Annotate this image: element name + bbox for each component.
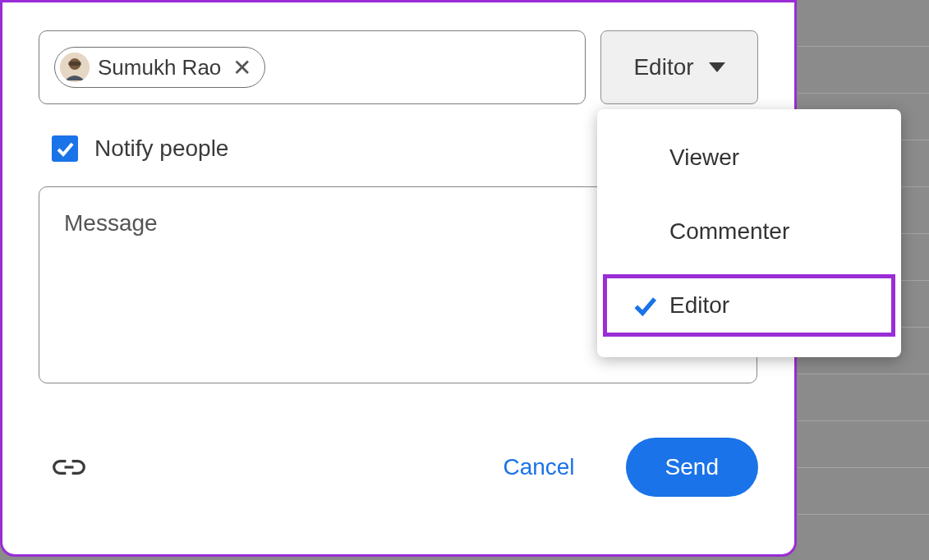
people-input[interactable]: Sumukh Rao ✕ — [39, 30, 586, 104]
role-option-editor[interactable]: Editor — [597, 269, 901, 342]
role-select-button[interactable]: Editor — [600, 30, 758, 104]
role-dropdown: Viewer Commenter Editor — [597, 109, 901, 357]
remove-person-icon[interactable]: ✕ — [229, 54, 255, 81]
role-option-commenter[interactable]: Commenter — [597, 195, 901, 269]
check-icon — [620, 292, 669, 319]
cancel-button[interactable]: Cancel — [481, 443, 596, 492]
caret-down-icon — [709, 62, 725, 72]
role-option-label: Viewer — [669, 145, 739, 171]
send-button[interactable]: Send — [626, 438, 758, 497]
role-option-label: Commenter — [669, 218, 789, 245]
notify-checkbox[interactable] — [52, 135, 78, 162]
role-option-label: Editor — [669, 292, 729, 319]
avatar — [60, 53, 90, 82]
role-select-label: Editor — [633, 54, 693, 80]
person-chip: Sumukh Rao ✕ — [54, 47, 265, 88]
svg-rect-2 — [68, 62, 81, 66]
copy-link-button[interactable] — [50, 448, 88, 486]
role-option-viewer[interactable]: Viewer — [597, 121, 901, 195]
chip-name: Sumukh Rao — [98, 55, 221, 80]
notify-label: Notify people — [94, 135, 228, 162]
